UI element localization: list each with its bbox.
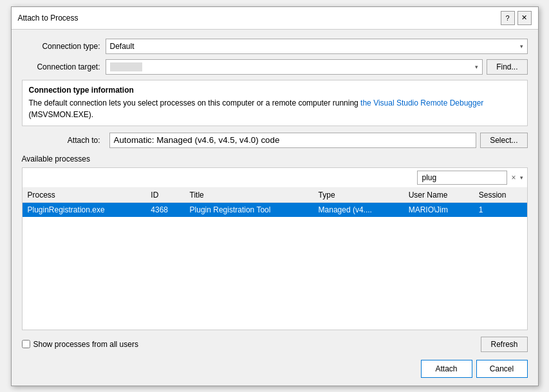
info-box-title: Connection type information (29, 86, 521, 95)
connection-target-value (110, 62, 142, 71)
cancel-button[interactable]: Cancel (476, 360, 528, 378)
attach-to-label: Attach to: (22, 136, 106, 145)
info-box-text: The default connection lets you select p… (29, 97, 521, 120)
bottom-bar: Show processes from all users Refresh (22, 337, 528, 352)
col-id: ID (145, 188, 184, 203)
title-bar: Attach to Process ? ✕ (12, 7, 538, 30)
cell-session: 1 (474, 202, 527, 217)
connection-type-dropdown[interactable]: Default ▾ (106, 39, 528, 54)
info-box-text2: (MSVSMON.EXE). (29, 110, 94, 119)
attach-to-row: Attach to: Select... (22, 133, 528, 148)
connection-target-input[interactable]: ▾ (106, 59, 483, 75)
table-row[interactable]: PluginRegistration.exe 4368 Plugin Regis… (23, 202, 527, 217)
cell-id: 4368 (145, 202, 184, 217)
search-clear-button[interactable]: × (510, 173, 517, 182)
info-box: Connection type information The default … (22, 80, 528, 126)
col-session: Session (474, 188, 527, 203)
dialog-body: Connection type: Default ▾ Connection ta… (12, 30, 538, 386)
processes-section: × ▾ Process ID Title Type User Name Sess… (22, 167, 528, 330)
title-bar-controls: ? ✕ (501, 11, 532, 25)
cell-type: Managed (v4.... (313, 202, 404, 217)
connection-target-row: Connection target: ▾ Find... (22, 59, 528, 75)
attach-button[interactable]: Attach (421, 360, 472, 378)
remote-debugger-link[interactable]: the Visual Studio Remote Debugger (360, 98, 483, 107)
cell-username: MARIO\Jim (404, 202, 474, 217)
col-title: Title (185, 188, 313, 203)
cell-process: PluginRegistration.exe (23, 202, 146, 217)
close-button[interactable]: ✕ (517, 11, 532, 25)
connection-target-control: ▾ Find... (106, 59, 528, 75)
process-table: Process ID Title Type User Name Session … (23, 188, 527, 217)
dialog-title: Attach to Process (18, 14, 79, 23)
action-buttons: Attach Cancel (22, 360, 528, 378)
col-type: Type (313, 188, 404, 203)
connection-type-value: Default (110, 42, 135, 51)
col-process: Process (23, 188, 146, 203)
attach-to-process-dialog: Attach to Process ? ✕ Connection type: D… (11, 6, 539, 386)
show-all-users-label[interactable]: Show processes from all users (22, 340, 138, 349)
connection-type-row: Connection type: Default ▾ (22, 39, 528, 54)
col-username: User Name (404, 188, 474, 203)
connection-type-control: Default ▾ (106, 39, 528, 54)
process-table-container: Process ID Title Type User Name Session … (23, 188, 527, 330)
connection-target-arrow: ▾ (475, 64, 478, 70)
search-dropdown-arrow[interactable]: ▾ (520, 174, 523, 181)
select-button[interactable]: Select... (480, 133, 527, 148)
refresh-button[interactable]: Refresh (481, 337, 527, 352)
connection-type-label: Connection type: (22, 42, 106, 51)
search-bar: × ▾ (23, 168, 527, 188)
show-all-users-checkbox[interactable] (22, 340, 30, 348)
attach-to-input[interactable] (109, 133, 477, 148)
connection-type-arrow: ▾ (520, 43, 523, 50)
connection-target-label: Connection target: (22, 62, 106, 71)
table-header: Process ID Title Type User Name Session (23, 188, 527, 203)
search-input[interactable] (417, 171, 507, 185)
cell-title: Plugin Registration Tool (185, 202, 313, 217)
show-all-users-text: Show processes from all users (33, 340, 138, 349)
table-body: PluginRegistration.exe 4368 Plugin Regis… (23, 202, 527, 217)
help-button[interactable]: ? (501, 11, 515, 25)
find-button[interactable]: Find... (487, 59, 527, 75)
available-processes-label: Available processes (22, 154, 528, 163)
